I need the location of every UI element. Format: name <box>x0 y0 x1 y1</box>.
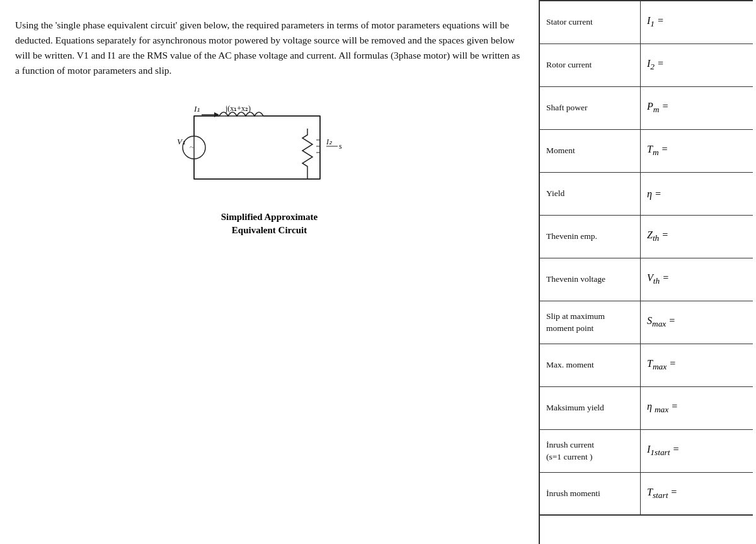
circuit-diagram-area: I₁ j(x₁+x₂) ~ V₁ <box>15 97 524 237</box>
circuit-svg: I₁ j(x₁+x₂) ~ V₁ <box>175 97 364 204</box>
param-formula-stator-current: I1 = <box>641 1 753 43</box>
table-row: Shaft power Pm = <box>540 87 753 130</box>
param-formula-max-moment: Tmax = <box>641 344 753 386</box>
table-row: Rotor current I2 = <box>540 44 753 87</box>
table-row: Maksimum yield η max = <box>540 387 753 430</box>
svg-text:~: ~ <box>190 142 194 152</box>
svg-marker-3 <box>214 112 219 117</box>
table-row: İnrush momenti Tstart = <box>540 473 753 516</box>
param-label-rotor-current: Rotor current <box>540 44 641 86</box>
param-formula-rotor-current: I2 = <box>641 44 753 86</box>
table-row: Thevenin voltage Vth = <box>540 258 753 301</box>
intro-paragraph: Using the 'single phase equivalent circu… <box>15 18 524 78</box>
left-panel: Using the 'single phase equivalent circu… <box>0 0 539 252</box>
table-row: Yield η = <box>540 173 753 216</box>
param-formula-max-yield: η max = <box>641 387 753 429</box>
right-panel: Stator current I1 = Rotor current I2 = S… <box>539 0 753 544</box>
param-label-shaft-power: Shaft power <box>540 87 641 129</box>
svg-text:j(x₁+x₂): j(x₁+x₂) <box>225 104 251 113</box>
param-formula-shaft-power: Pm = <box>641 87 753 129</box>
table-row: Slip at maximummoment point Smax = <box>540 301 753 344</box>
param-label-moment: Moment <box>540 130 641 172</box>
param-label-inrush-current: İnrush current(s=1 current ) <box>540 430 641 472</box>
param-formula-inrush-moment: Tstart = <box>641 473 753 514</box>
param-label-max-yield: Maksimum yield <box>540 387 641 429</box>
svg-text:s: s <box>339 142 342 151</box>
svg-text:I₂: I₂ <box>326 137 333 146</box>
param-formula-yield: η = <box>641 173 753 215</box>
table-row: İnrush current(s=1 current ) I1start = <box>540 430 753 473</box>
param-label-yield: Yield <box>540 173 641 215</box>
param-label-max-moment: Max. moment <box>540 344 641 386</box>
param-label-thevenin-emp: Thevenin emp. <box>540 216 641 258</box>
param-label-thevenin-voltage: Thevenin voltage <box>540 258 641 301</box>
param-label-slip-at-max: Slip at maximummoment point <box>540 301 641 344</box>
svg-rect-0 <box>194 116 320 179</box>
table-row: Moment Tm = <box>540 130 753 173</box>
svg-text:V₁: V₁ <box>177 137 185 146</box>
param-formula-thevenin-emp: Zth = <box>641 216 753 258</box>
table-row: Thevenin emp. Zth = <box>540 216 753 258</box>
param-formula-inrush-current: I1start = <box>641 430 753 472</box>
table-row: Stator current I1 = <box>540 1 753 44</box>
param-formula-moment: Tm = <box>641 130 753 172</box>
circuit-label: Simplified Approximate Equivalent Circui… <box>221 211 318 237</box>
svg-text:I₁: I₁ <box>193 104 200 113</box>
param-label-stator-current: Stator current <box>540 1 641 43</box>
param-label-inrush-moment: İnrush momenti <box>540 473 641 514</box>
param-formula-thevenin-voltage: Vth = <box>641 258 753 301</box>
table-row: Max. moment Tmax = <box>540 344 753 387</box>
param-formula-slip-at-max: Smax = <box>641 301 753 344</box>
